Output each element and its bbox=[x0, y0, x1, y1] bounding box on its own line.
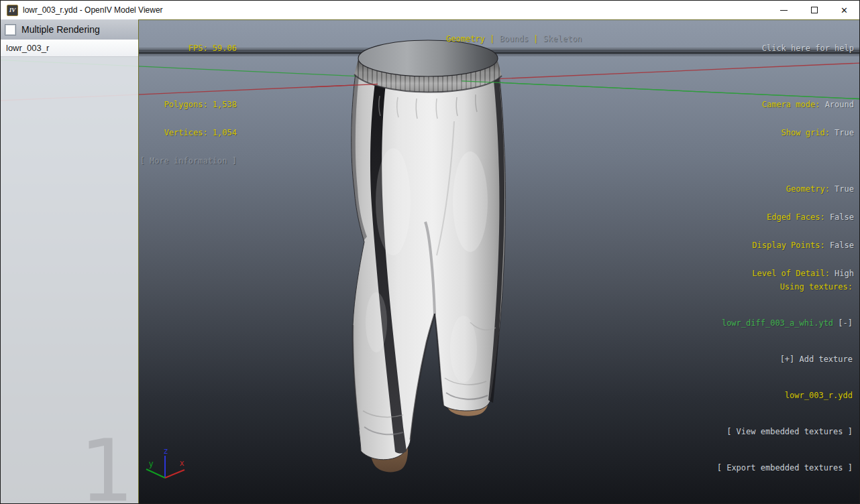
model-file-name: lowr_003_r.ydd bbox=[717, 389, 853, 401]
pants-model[interactable] bbox=[352, 40, 506, 472]
using-textures-header: Using textures: bbox=[717, 281, 853, 293]
polygons-value: Polygons: 1,538 bbox=[140, 100, 237, 109]
axis-x-label: x bbox=[179, 458, 184, 468]
axis-z-label: z bbox=[163, 446, 168, 456]
show-grid-setting[interactable]: Show grid: True bbox=[752, 128, 854, 137]
maximize-button[interactable] bbox=[799, 1, 829, 19]
tab-separator: | bbox=[485, 34, 500, 44]
textures-panel: Using textures: lowr_diff_003_a_whi.ytd … bbox=[717, 257, 853, 498]
multiple-rendering-label: Multiple Rendering bbox=[21, 24, 100, 35]
edged-faces-setting[interactable]: Edged Faces: False bbox=[752, 212, 854, 222]
maximize-icon bbox=[811, 7, 818, 13]
tab-skeleton[interactable]: Skeleton bbox=[543, 34, 582, 44]
texture-file-link[interactable]: lowr_diff_003_a_whi.ytd bbox=[722, 318, 833, 328]
title-bar[interactable]: IV lowr_003_r.ydd - OpenIV Model Viewer … bbox=[1, 1, 859, 19]
remove-texture-button[interactable]: [-] bbox=[833, 318, 853, 328]
texture-entry: lowr_diff_003_a_whi.ytd [-] bbox=[717, 317, 853, 329]
axis-y-label: y bbox=[148, 459, 153, 468]
minimize-button[interactable] bbox=[769, 1, 799, 19]
tab-geometry[interactable]: Geometry bbox=[446, 34, 485, 44]
page-number-watermark: 1 bbox=[80, 428, 134, 504]
close-button[interactable]: ✕ bbox=[829, 1, 859, 19]
close-icon: ✕ bbox=[841, 6, 848, 15]
multiple-rendering-row: Multiple Rendering bbox=[1, 19, 138, 40]
window-title: lowr_003_r.ydd - OpenIV Model Viewer bbox=[23, 5, 163, 15]
axis-gizmo: z y x bbox=[146, 446, 184, 478]
display-points-setting[interactable]: Display Points: False bbox=[752, 241, 854, 250]
export-embedded-textures-button[interactable]: [ Export embedded textures ] bbox=[717, 462, 853, 474]
openiv-model-viewer-window: z y x FPS: 59.06 Polygons: 1,538 Vertice… bbox=[0, 0, 860, 504]
minimize-icon bbox=[780, 10, 788, 11]
view-embedded-textures-button[interactable]: [ View embedded textures ] bbox=[717, 426, 853, 438]
help-link[interactable]: Click here for help bbox=[752, 44, 854, 53]
tab-separator: | bbox=[529, 34, 543, 44]
model-list-panel: Multiple Rendering lowr_003_r 1 bbox=[1, 19, 138, 504]
camera-mode-setting[interactable]: Camera mode: Around bbox=[752, 100, 854, 109]
geometry-setting[interactable]: Geometry: True bbox=[752, 184, 854, 194]
model-list-item[interactable]: lowr_003_r bbox=[1, 40, 138, 57]
multiple-rendering-checkbox[interactable] bbox=[5, 24, 16, 36]
add-texture-button[interactable]: [+] Add texture bbox=[717, 353, 853, 365]
vertices-value: Vertices: 1,054 bbox=[140, 128, 237, 137]
openiv-app-icon: IV bbox=[7, 5, 18, 16]
tab-bounds[interactable]: Bounds bbox=[500, 34, 529, 44]
more-information-link[interactable]: [ More information ] bbox=[140, 156, 237, 166]
